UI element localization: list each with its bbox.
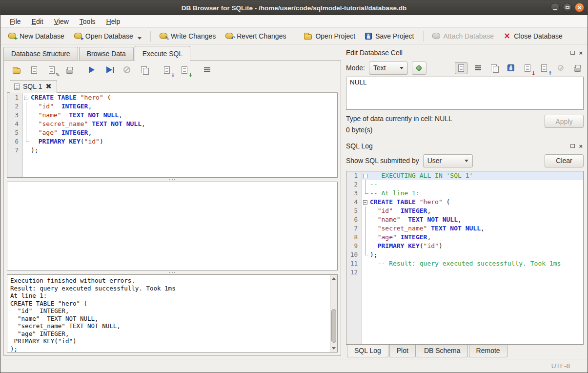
print-cell-icon[interactable] (571, 62, 584, 74)
splitter-handle[interactable] (7, 178, 338, 182)
open-database-dropdown-icon[interactable] (138, 37, 142, 40)
tab-database-structure[interactable]: Database Structure (3, 47, 78, 60)
menu-file[interactable]: File (4, 16, 26, 27)
attach-database-button[interactable]: Attach Database (427, 30, 499, 42)
maximize-icon (566, 6, 569, 9)
import-icon[interactable]: ↓ (521, 62, 534, 74)
encoding-indicator[interactable]: UTF-8 (551, 362, 570, 370)
maximize-button[interactable] (563, 3, 572, 12)
menu-help[interactable]: Help (101, 16, 126, 27)
tab-db-schema[interactable]: DB Schema (417, 345, 468, 357)
stop-icon[interactable] (121, 64, 133, 75)
cell-size-info: 0 byte(s) (346, 126, 452, 134)
duplicate-tab-icon[interactable] (139, 64, 150, 75)
edit-cell-title: Edit Database Cell (346, 49, 570, 57)
sql-log-title: SQL Log (346, 142, 570, 150)
sql-tab-label: SQL 1 (23, 83, 42, 90)
write-changes-icon: ✎ (160, 33, 167, 39)
menu-edit[interactable]: Edit (26, 16, 49, 27)
close-tab-icon[interactable]: ✖ (45, 83, 52, 90)
export-results-icon[interactable]: ↓ (161, 64, 173, 75)
attach-database-icon (432, 33, 440, 39)
scroll-up-icon[interactable] (330, 275, 337, 282)
save-project-button[interactable]: Save Project (360, 30, 419, 42)
execute-current-line-icon[interactable] (103, 64, 115, 75)
toolbar-separator (295, 31, 295, 41)
log-source-select[interactable]: User (423, 154, 473, 167)
menu-tools[interactable]: Tools (74, 16, 101, 27)
mode-label: Mode: (346, 64, 365, 72)
export-icon[interactable]: ↑ (538, 62, 550, 74)
revert-changes-button[interactable]: ↶ Revert Changes (221, 30, 291, 42)
close-button[interactable]: × (575, 3, 584, 12)
tab-sql-log[interactable]: SQL Log (347, 344, 388, 357)
scroll-down-icon[interactable] (330, 345, 337, 352)
splitter-handle[interactable] (7, 270, 338, 274)
titlebar[interactable]: DB Browser for SQLite - /home/user/code/… (0, 0, 588, 15)
save-sql-file-icon[interactable] (28, 64, 40, 75)
open-sql-file-icon[interactable] (11, 64, 22, 75)
close-database-icon: × (504, 32, 510, 40)
execute-all-icon[interactable] (86, 64, 98, 75)
sql-editor[interactable]: 1−CREATE TABLE "hero" (2 "id" INTEGER,3 … (7, 93, 338, 178)
apply-button[interactable]: Apply (545, 115, 584, 128)
save-results-icon[interactable]: ↓ (179, 64, 190, 75)
text-mode-icon[interactable] (455, 62, 467, 74)
format-sql-icon[interactable] (201, 64, 213, 75)
mode-select[interactable]: Text (369, 62, 408, 75)
left-pane: Database Structure Browse Data Execute S… (0, 44, 342, 359)
apply-format-button[interactable] (412, 62, 426, 75)
mode-value: Text (373, 64, 386, 72)
close-database-button[interactable]: × Close Database (499, 30, 568, 42)
sql-log-dock-header: SQL Log × (346, 141, 584, 151)
set-null-icon[interactable] (554, 62, 567, 74)
statusbar: UTF-8 (0, 359, 588, 373)
float-dock-icon[interactable] (570, 144, 575, 148)
close-dock-icon[interactable]: × (579, 50, 583, 56)
sql-log-filter-row: Show SQL submitted by User Clear (346, 152, 584, 171)
clear-button[interactable]: Clear (545, 154, 584, 167)
open-project-icon (304, 34, 312, 40)
minimize-button[interactable] (550, 3, 560, 12)
app-window: DB Browser for SQLite - /home/user/code/… (0, 0, 588, 373)
close-icon: × (578, 4, 582, 11)
print-icon[interactable] (63, 64, 75, 75)
bottom-tab-bar: SQL Log Plot DB Schema Remote (346, 345, 584, 359)
tab-remote[interactable]: Remote (469, 345, 507, 357)
results-grid[interactable] (7, 182, 338, 270)
scrollbar-thumb[interactable] (331, 309, 336, 343)
output-scrollbar[interactable] (330, 275, 337, 352)
execution-output[interactable]: Execution finished without errors. Resul… (7, 275, 337, 352)
tab-execute-sql[interactable]: Execute SQL (135, 46, 191, 61)
cell-editor[interactable]: NULL (346, 77, 584, 110)
edit-cell-dock-header: Edit Database Cell × (346, 47, 584, 58)
new-database-button[interactable]: + New Database (3, 30, 69, 42)
main-tab-bar: Database Structure Browse Data Execute S… (3, 45, 341, 60)
log-source-value: User (427, 157, 442, 165)
save-icon[interactable] (505, 62, 517, 74)
window-controls: × (550, 3, 584, 12)
cell-value: NULL (350, 79, 367, 86)
open-database-icon: ▸ (74, 33, 82, 39)
open-database-button[interactable]: ▸ Open Database (69, 30, 146, 42)
main-area: Database Structure Browse Data Execute S… (0, 44, 588, 359)
sql-doc-tab[interactable]: SQL 1 ✖ (10, 80, 57, 93)
chevron-down-icon (465, 160, 468, 162)
open-project-button[interactable]: Open Project (299, 30, 360, 42)
execution-output-panel: Execution finished without errors. Resul… (7, 274, 338, 352)
save-sql-as-icon[interactable]: ✎ (46, 64, 58, 75)
copy-icon[interactable] (488, 62, 501, 74)
menubar: File Edit View Tools Help (0, 15, 588, 28)
tab-browse-data[interactable]: Browse Data (79, 47, 134, 60)
close-dock-icon[interactable]: × (579, 143, 583, 149)
tab-plot[interactable]: Plot (389, 345, 416, 357)
float-dock-icon[interactable] (570, 51, 575, 55)
save-project-icon (365, 33, 372, 40)
sql-log-dock: SQL Log × Show SQL submitted by User Cle… (346, 141, 584, 345)
sql-log-view[interactable]: 1−-- EXECUTING ALL IN 'SQL 1'2--3-- At l… (346, 171, 584, 345)
menu-view[interactable]: View (49, 16, 74, 27)
toolbar-separator (150, 31, 151, 41)
write-changes-button[interactable]: ✎ Write Changes (155, 30, 221, 42)
word-wrap-icon[interactable] (471, 62, 484, 74)
sql-doc-tab-bar: SQL 1 ✖ (7, 78, 338, 93)
